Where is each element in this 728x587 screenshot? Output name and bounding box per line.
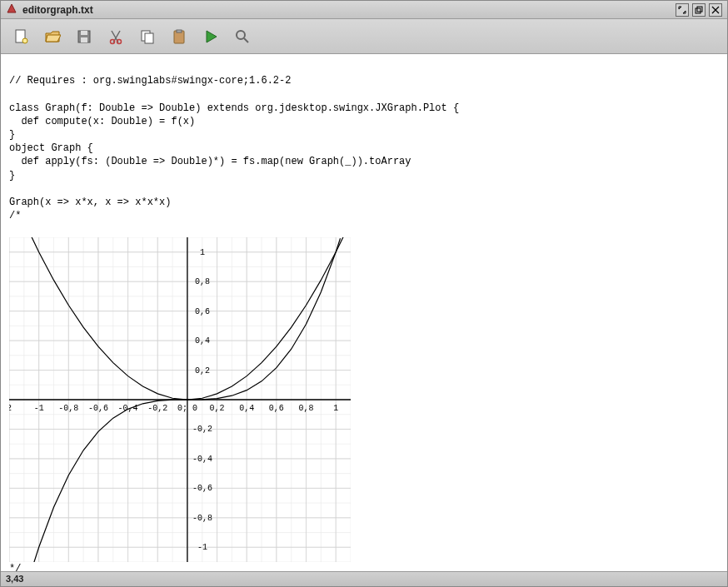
- svg-text:-0,6: -0,6: [88, 404, 108, 413]
- cursor-position: 3,43: [6, 574, 23, 584]
- svg-text:-0,8: -0,8: [58, 404, 78, 413]
- code-block: // Requires : org.swinglabs#swingx-core;…: [9, 75, 459, 221]
- svg-point-4: [22, 38, 27, 43]
- svg-point-9: [117, 39, 122, 43]
- new-file-button[interactable]: [11, 27, 31, 47]
- svg-text:0,2: 0,2: [195, 366, 210, 376]
- search-button[interactable]: [232, 27, 252, 47]
- svg-text:0,8: 0,8: [195, 278, 210, 287]
- svg-text:-1: -1: [34, 404, 44, 413]
- cut-button[interactable]: [106, 27, 126, 47]
- run-button[interactable]: [201, 27, 221, 47]
- editor-area[interactable]: // Requires : org.swinglabs#swingx-core;…: [1, 54, 727, 571]
- copy-button[interactable]: [137, 27, 157, 47]
- open-file-button[interactable]: [42, 27, 62, 47]
- close-button[interactable]: [709, 3, 722, 17]
- svg-text:0,4: 0,4: [239, 404, 254, 413]
- svg-text:0,4: 0,4: [195, 337, 210, 346]
- svg-text:-0,4: -0,4: [192, 455, 212, 464]
- toolbar: [1, 19, 727, 54]
- svg-rect-2: [697, 7, 702, 12]
- svg-text:2: 2: [9, 404, 12, 413]
- app-logo-icon: [6, 2, 17, 17]
- svg-point-15: [237, 31, 245, 39]
- svg-rect-6: [81, 31, 87, 35]
- svg-rect-1: [696, 8, 701, 13]
- svg-marker-0: [7, 4, 16, 12]
- svg-text:0,8: 0,8: [299, 404, 314, 413]
- status-bar: 3,43: [1, 571, 727, 586]
- svg-rect-7: [81, 37, 87, 42]
- svg-text:1: 1: [333, 404, 338, 413]
- svg-text:-0,2: -0,2: [192, 425, 212, 435]
- svg-rect-13: [177, 30, 182, 32]
- svg-text:-0,2: -0,2: [147, 404, 167, 413]
- svg-text:0,6: 0,6: [195, 307, 210, 316]
- svg-point-8: [111, 39, 115, 43]
- maximize-out-button[interactable]: [676, 3, 689, 17]
- title-bar: editorgraph.txt: [1, 1, 727, 19]
- svg-marker-14: [207, 31, 217, 42]
- svg-text:1: 1: [200, 248, 205, 257]
- svg-text:0,2: 0,2: [210, 404, 225, 413]
- graph-plot: 2-1-0,8-0,6-0,4-0,20; 00,20,40,60,8110,8…: [9, 224, 351, 549]
- svg-text:0,6: 0,6: [269, 404, 284, 413]
- svg-text:-0,4: -0,4: [118, 404, 138, 413]
- window-title: editorgraph.txt: [22, 4, 672, 16]
- svg-text:-1: -1: [197, 544, 207, 553]
- svg-line-16: [244, 38, 248, 42]
- save-button[interactable]: [74, 27, 94, 47]
- svg-text:0; 0: 0; 0: [177, 404, 197, 413]
- restore-button[interactable]: [692, 3, 706, 17]
- svg-text:-0,8: -0,8: [192, 514, 212, 523]
- paste-button[interactable]: [169, 27, 189, 47]
- svg-rect-11: [145, 33, 153, 43]
- svg-text:-0,6: -0,6: [192, 485, 212, 494]
